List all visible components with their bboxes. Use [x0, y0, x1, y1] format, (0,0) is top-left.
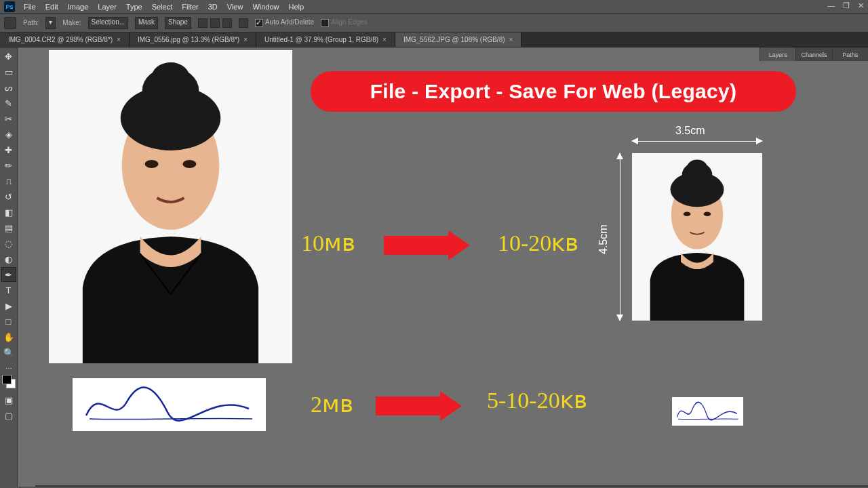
align-edges-label: Align Edges: [331, 18, 367, 26]
canvas[interactable]: File - Export - Save For Web (Legacy) 10…: [18, 47, 868, 487]
menu-file[interactable]: File: [19, 3, 41, 11]
dimension-width-label: 3.5cm: [675, 125, 705, 137]
passport-photo-small: [632, 153, 762, 321]
make-label: Make:: [62, 19, 81, 26]
gear-icon[interactable]: [239, 18, 248, 28]
svg-point-12: [684, 212, 691, 216]
edit-toolbar-icon[interactable]: ⋯: [5, 365, 12, 372]
passport-photo-large: [49, 50, 292, 363]
toolbox: ✥ ▭ ᔕ ✎ ✂ ◈ ✚ ✏ ⎍ ↺ ◧ ▤ ◌ ◐ ✒ T ▶ □ ✋ 🔍 …: [0, 47, 18, 487]
foreground-color-swatch[interactable]: [2, 375, 12, 384]
pen-tool[interactable]: ✒: [1, 267, 16, 282]
tab-label: IMG_0556.jpg @ 13.3% (RGB/8*): [138, 36, 239, 43]
dimension-height-label: 4.5cm: [597, 224, 610, 254]
instruction-text: File - Export - Save For Web (Legacy): [370, 80, 737, 103]
blur-tool[interactable]: ◌: [1, 236, 16, 251]
menu-edit[interactable]: Edit: [41, 3, 63, 11]
hand-tool[interactable]: ✋: [1, 329, 16, 344]
dimension-height-arrow: [620, 153, 620, 321]
path-arrange-icon[interactable]: [222, 18, 232, 28]
dimension-width-arrow: [632, 141, 762, 142]
close-icon[interactable]: ×: [117, 36, 121, 43]
menu-bar: Ps File Edit Image Layer Type Select Fil…: [0, 0, 868, 14]
stamp-tool[interactable]: ⎍: [1, 174, 16, 188]
color-swatches[interactable]: [2, 375, 16, 388]
panel-tab-channels[interactable]: Channels: [795, 47, 831, 61]
signature-large: [73, 378, 266, 431]
zoom-tool[interactable]: 🔍: [1, 345, 16, 360]
signature-small: [672, 397, 743, 426]
auto-add-delete-checkbox[interactable]: Auto Add/Delete: [255, 18, 314, 26]
instruction-banner: File - Export - Save For Web (Legacy): [311, 71, 796, 112]
tab-label: Untitled-1 @ 37.9% (Group 1, RGB/8): [264, 36, 378, 43]
gradient-tool[interactable]: ▤: [1, 220, 16, 235]
marquee-tool[interactable]: ▭: [1, 64, 16, 79]
make-selection-button[interactable]: Selection...: [88, 17, 128, 29]
svg-point-11: [671, 172, 724, 207]
photo-size-before-label: 10ᴍʙ: [301, 229, 355, 256]
close-icon[interactable]: ×: [509, 36, 513, 43]
make-mask-button[interactable]: Mask: [135, 17, 158, 29]
eraser-tool[interactable]: ◧: [1, 205, 16, 220]
path-align-icon[interactable]: [210, 18, 220, 28]
svg-point-5: [145, 160, 159, 168]
path-label: Path:: [23, 19, 39, 26]
svg-point-6: [182, 160, 196, 168]
gear-icon-group[interactable]: [239, 18, 248, 28]
menu-window[interactable]: Window: [248, 3, 283, 11]
rectangle-tool[interactable]: □: [1, 314, 16, 329]
auto-add-delete-label: Auto Add/Delete: [265, 18, 314, 26]
panel-tab-paths[interactable]: Paths: [832, 47, 868, 61]
close-icon[interactable]: ×: [243, 36, 248, 43]
close-icon[interactable]: ×: [382, 36, 387, 43]
current-tool-icon[interactable]: [4, 17, 16, 29]
ps-logo-icon: Ps: [4, 1, 15, 12]
move-tool[interactable]: ✥: [1, 49, 16, 64]
photo-size-after-label: 10-20ᴋʙ: [498, 229, 578, 256]
history-brush-tool[interactable]: ↺: [1, 189, 16, 204]
tab-label: IMG_5562.JPG @ 108% (RGB/8): [403, 36, 505, 43]
svg-point-4: [121, 85, 221, 150]
quick-select-tool[interactable]: ✎: [1, 96, 16, 110]
tab-untitled-1[interactable]: Untitled-1 @ 37.9% (Group 1, RGB/8)×: [256, 33, 395, 47]
arrow-icon: [376, 391, 462, 421]
panel-tab-layers[interactable]: Layers: [760, 47, 795, 61]
menu-3d[interactable]: 3D: [203, 3, 222, 11]
menu-layer[interactable]: Layer: [93, 3, 121, 11]
make-shape-button[interactable]: Shape: [165, 17, 191, 29]
menu-help[interactable]: Help: [284, 3, 309, 11]
tab-img-0004[interactable]: IMG_0004.CR2 @ 298% (RGB/8*)×: [0, 33, 130, 47]
tab-img-0556[interactable]: IMG_0556.jpg @ 13.3% (RGB/8*)×: [130, 33, 256, 47]
path-ops-icons[interactable]: [198, 18, 232, 28]
lasso-tool[interactable]: ᔕ: [1, 80, 16, 95]
workspace: ✥ ▭ ᔕ ✎ ✂ ◈ ✚ ✏ ⎍ ↺ ◧ ▤ ◌ ◐ ✒ T ▶ □ ✋ 🔍 …: [0, 47, 868, 487]
arrow-icon: [384, 230, 470, 260]
screenmode-icon[interactable]: ▢: [1, 408, 16, 423]
document-tab-bar: IMG_0004.CR2 @ 298% (RGB/8*)× IMG_0556.j…: [0, 33, 868, 47]
tab-img-5562[interactable]: IMG_5562.JPG @ 108% (RGB/8)×: [395, 33, 522, 47]
window-minimize-icon[interactable]: —: [827, 1, 835, 10]
quickmask-icon[interactable]: ▣: [1, 392, 16, 407]
dodge-tool[interactable]: ◐: [1, 251, 16, 266]
path-dropdown[interactable]: ▾: [45, 17, 56, 29]
signature-size-before-label: 2ᴍʙ: [311, 390, 353, 418]
window-maximize-icon[interactable]: ❐: [843, 1, 850, 10]
menu-filter[interactable]: Filter: [177, 3, 203, 11]
menu-select[interactable]: Select: [147, 3, 178, 11]
brush-tool[interactable]: ✏: [1, 158, 16, 173]
path-select-tool[interactable]: ▶: [1, 298, 16, 313]
crop-tool[interactable]: ✂: [1, 111, 16, 126]
healing-tool[interactable]: ✚: [1, 142, 16, 157]
type-tool[interactable]: T: [1, 283, 16, 298]
svg-point-13: [704, 212, 711, 216]
menu-image[interactable]: Image: [63, 3, 94, 11]
options-bar: Path: ▾ Make: Selection... Mask Shape Au…: [0, 14, 868, 33]
window-close-icon[interactable]: ✕: [858, 1, 864, 10]
eyedropper-tool[interactable]: ◈: [1, 127, 16, 142]
menu-view[interactable]: View: [222, 3, 248, 11]
signature-size-after-label: 5-10-20ᴋʙ: [487, 386, 587, 413]
align-edges-checkbox[interactable]: Align Edges: [321, 18, 367, 26]
menu-type[interactable]: Type: [121, 3, 147, 11]
path-combine-icon[interactable]: [198, 18, 208, 28]
horizontal-scrollbar[interactable]: [35, 485, 868, 487]
